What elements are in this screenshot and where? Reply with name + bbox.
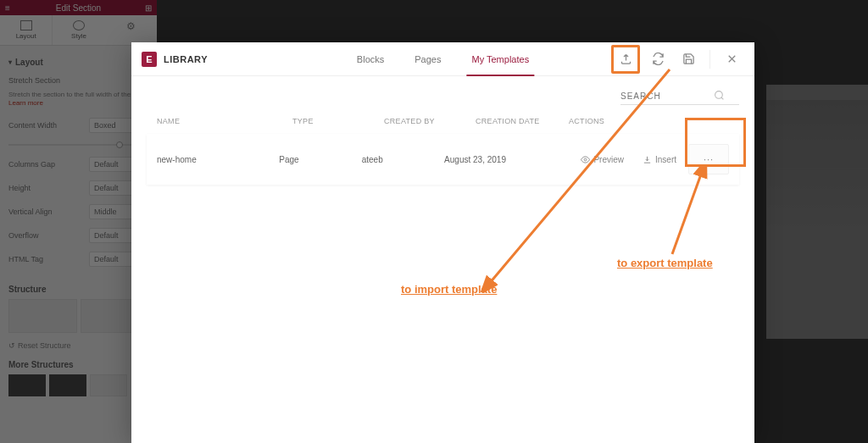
structure-option[interactable]	[8, 374, 46, 396]
search-box	[620, 88, 739, 105]
field-vertical-align: Vertical AlignMiddle	[8, 200, 148, 224]
library-header: E LIBRARY Blocks Pages My Templates	[131, 42, 754, 76]
slider-handle[interactable]	[116, 141, 123, 148]
tab-my-templates[interactable]: My Templates	[456, 42, 544, 76]
save-icon	[682, 53, 695, 65]
field-html-tag: HTML TagDefault	[8, 247, 148, 271]
editor-tabs: Layout Style ⚙	[0, 15, 157, 46]
import-template-button[interactable]	[611, 45, 640, 74]
svg-point-2	[715, 91, 723, 98]
eye-icon	[581, 155, 590, 164]
save-button[interactable]	[676, 47, 701, 72]
grid-icon[interactable]: ⊞	[145, 3, 152, 13]
more-structures-title: More Structures	[8, 360, 148, 369]
divider	[709, 50, 710, 69]
col-author: CREATED BY	[384, 117, 476, 125]
search-input[interactable]	[620, 88, 714, 104]
table-row: new-home Page ateeb August 23, 2019 Prev…	[147, 134, 739, 185]
elementor-logo-icon: E	[142, 52, 157, 67]
library-tabs: Blocks Pages My Templates	[342, 42, 544, 76]
download-icon	[643, 155, 652, 164]
close-icon	[726, 53, 738, 65]
col-type: TYPE	[292, 117, 384, 125]
tab-pages[interactable]: Pages	[399, 42, 456, 76]
more-actions-button[interactable]: ···	[688, 144, 729, 174]
template-author: ateeb	[362, 155, 444, 164]
menu-icon[interactable]: ≡	[5, 3, 10, 13]
insert-button[interactable]: Insert	[636, 150, 683, 169]
reset-structure-link[interactable]: Reset Structure	[8, 338, 148, 353]
width-slider[interactable]	[8, 144, 148, 146]
svg-line-3	[721, 97, 723, 99]
template-name: new-home	[157, 155, 279, 164]
svg-point-4	[585, 158, 587, 161]
table-header: NAME TYPE CREATED BY CREATION DATE ACTIO…	[147, 112, 739, 130]
col-date: CREATION DATE	[476, 117, 569, 125]
field-stretch: Stretch Section	[8, 72, 148, 89]
structure-option[interactable]	[90, 374, 127, 396]
learn-more-link[interactable]: Learn more	[8, 99, 43, 107]
template-date: August 23, 2019	[444, 155, 528, 164]
preview-button[interactable]: Preview	[574, 150, 631, 169]
field-height: HeightDefault	[8, 176, 148, 200]
close-button[interactable]	[719, 47, 744, 72]
stretch-description: Stretch the section to the full width of…	[8, 89, 148, 114]
gear-icon: ⚙	[126, 20, 136, 32]
tab-blocks[interactable]: Blocks	[342, 42, 399, 76]
sync-button[interactable]	[645, 47, 670, 72]
col-name: NAME	[157, 117, 292, 125]
template-type: Page	[279, 155, 361, 164]
style-icon	[73, 20, 85, 30]
canvas-preview	[766, 85, 868, 339]
search-icon	[714, 89, 725, 104]
structure-row	[8, 299, 148, 333]
tab-style[interactable]: Style	[53, 15, 104, 45]
field-content-width: Content WidthBoxed	[8, 114, 148, 137]
upload-icon	[620, 53, 632, 65]
annotation-import-label: to import template	[401, 283, 497, 296]
templates-table: NAME TYPE CREATED BY CREATION DATE ACTIO…	[147, 112, 739, 185]
library-title: LIBRARY	[164, 54, 208, 64]
field-columns-gap: Columns GapDefault	[8, 152, 148, 176]
layout-icon	[20, 20, 32, 30]
col-actions: ACTIONS	[569, 117, 620, 125]
library-actions	[611, 45, 744, 74]
structure-option[interactable]	[49, 374, 86, 396]
editor-header: ≡ Edit Section ⊞	[0, 0, 157, 15]
structure-title: Structure	[8, 285, 148, 294]
section-layout-title[interactable]: Layout	[8, 53, 148, 72]
structure-option[interactable]	[8, 299, 77, 333]
editor-header-title: Edit Section	[56, 3, 101, 13]
field-overflow: OverflowDefault	[8, 224, 148, 247]
tab-advanced[interactable]: ⚙	[105, 15, 157, 45]
annotation-export-label: to export template	[617, 257, 713, 269]
sync-icon	[652, 53, 665, 65]
library-modal: E LIBRARY Blocks Pages My Templates	[131, 42, 754, 443]
tab-layout[interactable]: Layout	[0, 15, 53, 45]
